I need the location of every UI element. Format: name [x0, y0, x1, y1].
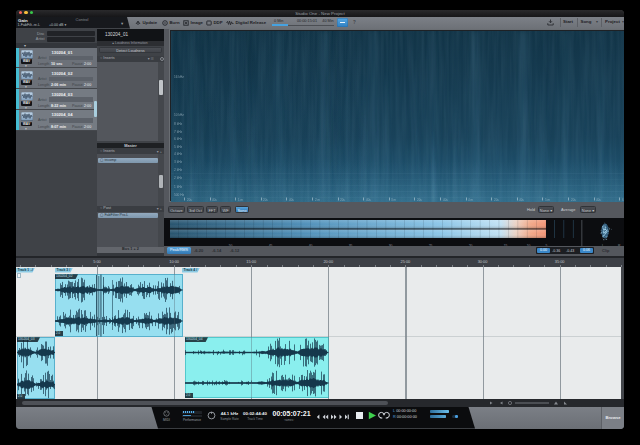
- svg-text:40s: 40s: [443, 197, 448, 201]
- svg-text:5 m: 5 m: [545, 197, 551, 201]
- svg-text:10 kHz: 10 kHz: [174, 113, 184, 117]
- svg-text:3 kHz: 3 kHz: [174, 159, 183, 163]
- svg-text:20s: 20s: [263, 197, 268, 201]
- svg-text:2 m: 2 m: [315, 197, 321, 201]
- svg-text:20s: 20s: [571, 197, 576, 201]
- svg-text:6 kHz: 6 kHz: [174, 137, 183, 141]
- svg-text:20s: 20s: [494, 197, 499, 201]
- svg-text:16 kHz: 16 kHz: [174, 74, 184, 78]
- svg-text:20s: 20s: [187, 197, 192, 201]
- svg-text:40s: 40s: [212, 197, 217, 201]
- svg-text:500 Hz: 500 Hz: [174, 192, 185, 196]
- svg-text:40s: 40s: [289, 197, 294, 201]
- svg-text:3 m: 3 m: [391, 197, 397, 201]
- svg-text:20s: 20s: [417, 197, 422, 201]
- svg-text:20s: 20s: [340, 197, 345, 201]
- svg-text:4 m: 4 m: [468, 197, 474, 201]
- svg-text:7 kHz: 7 kHz: [174, 129, 183, 133]
- svg-text:2 kHz: 2 kHz: [174, 167, 183, 171]
- svg-text:40s: 40s: [519, 197, 524, 201]
- svg-text:40s: 40s: [366, 197, 371, 201]
- svg-text:8 kHz: 8 kHz: [174, 121, 183, 125]
- svg-text:5 kHz: 5 kHz: [174, 144, 183, 148]
- svg-text:1 m: 1 m: [238, 197, 244, 201]
- svg-text:1 kHz: 1 kHz: [174, 184, 183, 188]
- svg-text:40s: 40s: [596, 197, 601, 201]
- svg-text:2 kHz: 2 kHz: [174, 176, 183, 180]
- svg-text:4 kHz: 4 kHz: [174, 152, 183, 156]
- svg-text:6 m: 6 m: [622, 197, 624, 201]
